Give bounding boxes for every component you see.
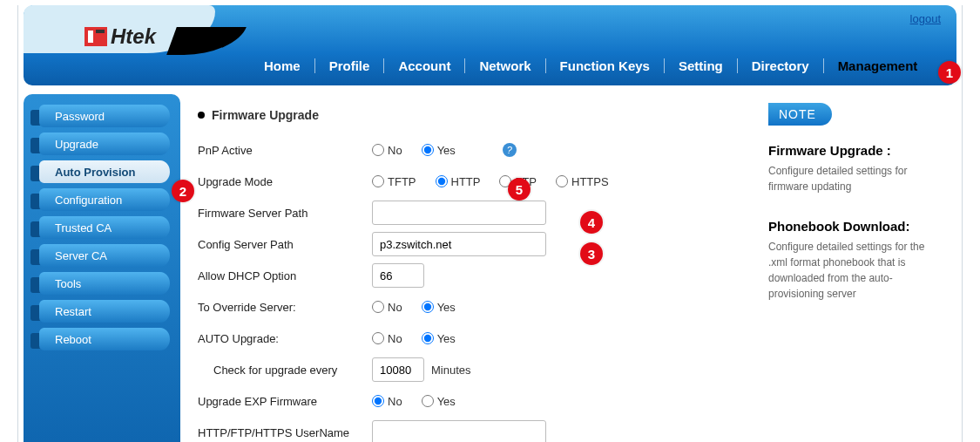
note-panel: NOTE Firmware Upgrade : Configure detail… xyxy=(756,94,956,442)
nav-item-home[interactable]: Home xyxy=(250,58,315,73)
logout-link[interactable]: logout xyxy=(910,12,941,25)
note-heading-phonebook: Phonebook Download: xyxy=(768,219,944,234)
upgrade-mode-option-tftp[interactable]: TFTP xyxy=(372,175,416,188)
allow-dhcp-input[interactable] xyxy=(372,263,424,288)
upgrade-exp-option-yes[interactable]: Yes xyxy=(422,395,456,408)
label-fw-server-path: Firmware Server Path xyxy=(198,207,372,220)
sidebar-item-label: Restart xyxy=(55,305,91,318)
section-title-text: Firmware Upgrade xyxy=(212,108,319,122)
callout-4: 4 xyxy=(580,211,603,234)
top-nav: HomeProfileAccountNetworkFunction KeysSe… xyxy=(250,58,939,73)
sidebar-item-configuration[interactable]: Configuration xyxy=(24,187,180,213)
upgrade-exp-label-no: No xyxy=(388,395,402,408)
label-override: To Override Server: xyxy=(198,301,372,314)
brand-text: Htek xyxy=(111,24,156,49)
pnp-active-option-yes[interactable]: Yes xyxy=(422,144,456,157)
nav-item-profile[interactable]: Profile xyxy=(315,58,385,73)
override-server-radio-no[interactable] xyxy=(372,301,384,313)
label-cfg-server-path: Config Server Path xyxy=(198,238,372,251)
nav-item-network[interactable]: Network xyxy=(465,58,545,73)
sidebar-item-upgrade[interactable]: Upgrade xyxy=(24,131,180,157)
callout-3: 3 xyxy=(580,242,603,265)
auto-upgrade-option-no[interactable]: No xyxy=(372,332,402,345)
sidebar-item-label: Server CA xyxy=(55,249,107,262)
upgrade-mode-label-http: HTTP xyxy=(451,175,481,188)
override-server-radio-yes[interactable] xyxy=(422,301,434,313)
pnp-active-option-no[interactable]: No xyxy=(372,144,402,157)
pnp-active-radio-no[interactable] xyxy=(372,144,384,156)
minutes-unit: Minutes xyxy=(431,364,471,377)
pnp-active-radios: NoYes xyxy=(372,144,468,157)
help-icon[interactable]: ? xyxy=(503,143,517,157)
http-username-input[interactable] xyxy=(372,420,546,442)
pnp-active-label-no: No xyxy=(388,144,402,157)
sidebar-item-reboot[interactable]: Reboot xyxy=(24,326,180,352)
sidebar: PasswordUpgradeAuto ProvisionConfigurati… xyxy=(24,94,180,442)
sidebar-item-trusted-ca[interactable]: Trusted CA xyxy=(24,214,180,241)
upgrade-exp-label-yes: Yes xyxy=(437,395,456,408)
callout-1: 1 xyxy=(938,61,961,84)
logo-area: Htek xyxy=(24,5,224,85)
sidebar-item-label: Tools xyxy=(55,277,81,290)
upgrade-mode-label-tftp: TFTP xyxy=(388,175,416,188)
label-allow-dhcp: Allow DHCP Option xyxy=(198,269,372,282)
upgrade-mode-radio-https[interactable] xyxy=(556,175,568,187)
sidebar-item-label: Reboot xyxy=(55,333,91,346)
section-title: Firmware Upgrade xyxy=(198,108,730,122)
config-server-path-input[interactable] xyxy=(372,232,546,256)
sidebar-item-label: Password xyxy=(55,110,105,123)
sidebar-item-tools[interactable]: Tools xyxy=(24,270,180,296)
sidebar-item-label: Upgrade xyxy=(55,138,98,151)
app-header: logout Htek HomeProfileAccountNetworkFun… xyxy=(24,5,956,85)
upgrade-exp-radios: NoYes xyxy=(372,395,468,408)
nav-item-management[interactable]: Management xyxy=(824,58,932,73)
auto-upgrade-radios: NoYes xyxy=(372,332,468,345)
nav-item-function-keys[interactable]: Function Keys xyxy=(546,58,665,73)
auto-upgrade-radio-yes[interactable] xyxy=(422,332,434,344)
upgrade-mode-radio-tftp[interactable] xyxy=(372,175,384,187)
sidebar-item-label: Configuration xyxy=(55,194,122,207)
note-badge: NOTE xyxy=(768,103,832,126)
upgrade-exp-option-no[interactable]: No xyxy=(372,395,402,408)
label-http-user: HTTP/FTP/HTTPS UserName xyxy=(198,426,372,439)
upgrade-mode-radio-http[interactable] xyxy=(436,175,448,187)
firmware-server-path-input[interactable] xyxy=(372,201,546,225)
sidebar-item-auto-provision[interactable]: Auto Provision xyxy=(24,159,180,185)
label-check-every: Check for upgrade every xyxy=(198,364,372,377)
sidebar-item-restart[interactable]: Restart xyxy=(24,298,180,324)
bullet-icon xyxy=(198,112,205,119)
upgrade-mode-label-https: HTTPS xyxy=(571,175,609,188)
label-auto-upgrade: AUTO Upgrade: xyxy=(198,332,372,345)
sidebar-item-label: Auto Provision xyxy=(55,166,135,179)
brand-logo: Htek xyxy=(84,24,156,49)
pnp-active-radio-yes[interactable] xyxy=(422,144,434,156)
sidebar-item-password[interactable]: Password xyxy=(24,103,180,129)
upgrade-exp-radio-no[interactable] xyxy=(372,395,384,407)
override-server-label-yes: Yes xyxy=(437,301,456,314)
check-interval-input[interactable] xyxy=(372,357,424,382)
auto-upgrade-label-yes: Yes xyxy=(437,332,456,345)
pnp-active-label-yes: Yes xyxy=(437,144,456,157)
note-text-phonebook: Configure detailed settings for the .xml… xyxy=(768,239,944,302)
override-server-option-yes[interactable]: Yes xyxy=(422,301,456,314)
upgrade-mode-option-https[interactable]: HTTPS xyxy=(556,175,609,188)
nav-item-account[interactable]: Account xyxy=(384,58,465,73)
auto-upgrade-radio-no[interactable] xyxy=(372,332,384,344)
override-server-label-no: No xyxy=(388,301,402,314)
upgrade-mode-option-http[interactable]: HTTP xyxy=(436,175,481,188)
upgrade-exp-radio-yes[interactable] xyxy=(422,395,434,407)
callout-5: 5 xyxy=(508,178,531,201)
auto-upgrade-label-no: No xyxy=(388,332,402,345)
nav-item-setting[interactable]: Setting xyxy=(665,58,738,73)
override-radios: NoYes xyxy=(372,301,468,314)
brand-mark-icon xyxy=(84,27,107,46)
nav-item-directory[interactable]: Directory xyxy=(738,58,824,73)
callout-2: 2 xyxy=(172,180,194,202)
sidebar-item-server-ca[interactable]: Server CA xyxy=(24,242,180,269)
override-server-option-no[interactable]: No xyxy=(372,301,402,314)
label-pnp-active: PnP Active xyxy=(198,144,372,157)
label-upgrade-exp: Upgrade EXP Firmware xyxy=(198,395,372,408)
sidebar-item-label: Trusted CA xyxy=(55,221,112,235)
auto-upgrade-option-yes[interactable]: Yes xyxy=(422,332,456,345)
upgrade-mode-radios: TFTPHTTPFTPHTTPS xyxy=(372,175,621,188)
